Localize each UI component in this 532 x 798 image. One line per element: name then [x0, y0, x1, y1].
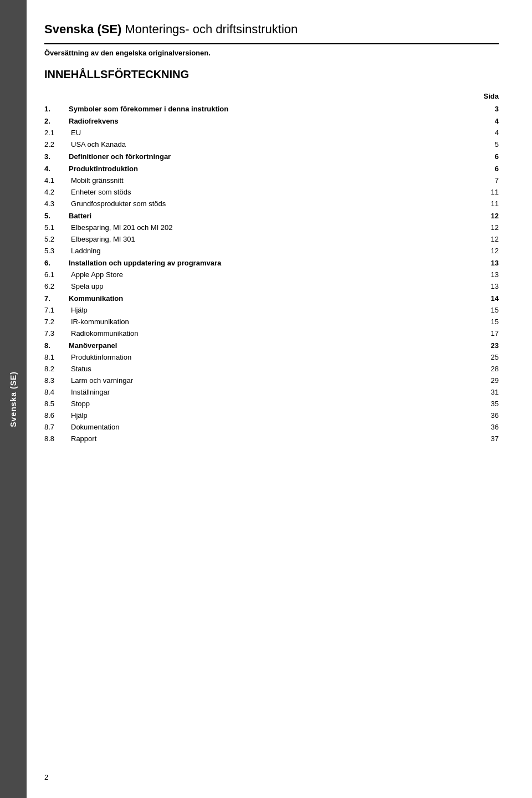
toc-row: 8.3Larm och varningar29 [44, 375, 499, 386]
toc-item-title: Enheter som stöds [66, 186, 477, 198]
toc-num: 8.6 [44, 410, 66, 421]
toc-page-number: 7 [477, 175, 499, 186]
toc-item-title: Inställningar [66, 386, 477, 398]
toc-item-title: Produktintroduktion [66, 162, 477, 175]
document-subtitle: Översättning av den engelska originalver… [44, 49, 499, 57]
title-bold-part: Svenska (SE) [44, 22, 121, 36]
main-content: Svenska (SE) Monterings- och driftsinstr… [33, 0, 532, 467]
toc-item-title: Hjälp [66, 410, 477, 421]
toc-row: 8.5Stopp35 [44, 398, 499, 410]
toc-num: 8.7 [44, 421, 66, 433]
toc-item-title: Elbesparing, MI 301 [66, 233, 477, 245]
toc-item-title: Produktinformation [66, 351, 477, 363]
toc-row: 2.1EU4 [44, 127, 499, 139]
toc-page-number: 15 [477, 316, 499, 328]
toc-page-number: 15 [477, 304, 499, 316]
toc-page-number: 14 [477, 292, 499, 304]
toc-item-title: Installation och uppdatering av programv… [66, 257, 477, 269]
toc-row: 5.Batteri12 [44, 209, 499, 222]
toc-num: 2. [44, 115, 66, 127]
title-normal-part: Monterings- och driftsinstruktion [121, 22, 298, 36]
toc-num: 5.2 [44, 233, 66, 245]
toc-num: 7.2 [44, 316, 66, 328]
toc-num: 8.8 [44, 433, 66, 444]
toc-num: 6.1 [44, 269, 66, 280]
toc-row: 1.Symboler som förekommer i denna instru… [44, 103, 499, 115]
toc-item-title: Dokumentation [66, 421, 477, 433]
toc-item-title: Manöverpanel [66, 339, 477, 351]
toc-page-number: 12 [477, 222, 499, 233]
toc-page-number: 5 [477, 139, 499, 150]
toc-row: 5.2Elbesparing, MI 30112 [44, 233, 499, 245]
toc-page-number: 3 [477, 103, 499, 115]
toc-num: 8. [44, 339, 66, 351]
toc-page-number: 13 [477, 280, 499, 292]
toc-num: 5. [44, 209, 66, 222]
toc-page-number: 6 [477, 150, 499, 162]
toc-item-title: Radiokommunikation [66, 328, 477, 339]
toc-num: 2.2 [44, 139, 66, 150]
toc-num: 3. [44, 150, 66, 162]
toc-num: 4.2 [44, 186, 66, 198]
toc-page-number: 25 [477, 351, 499, 363]
toc-page-number: 4 [477, 115, 499, 127]
toc-item-title: EU [66, 127, 477, 139]
toc-row: 4.Produktintroduktion6 [44, 162, 499, 175]
toc-row: 7.Kommunikation14 [44, 292, 499, 304]
toc-item-title: Hjälp [66, 304, 477, 316]
toc-row: 2.2USA och Kanada5 [44, 139, 499, 150]
toc-row: 5.1Elbesparing, MI 201 och MI 20212 [44, 222, 499, 233]
toc-page-number: 13 [477, 269, 499, 280]
toc-num: 4.1 [44, 175, 66, 186]
toc-page-number: 12 [477, 245, 499, 257]
toc-page-number: 36 [477, 410, 499, 421]
toc-num: 6. [44, 257, 66, 269]
sida-label: Sida [484, 92, 499, 100]
toc-item-title: Kommunikation [66, 292, 477, 304]
toc-num: 7. [44, 292, 66, 304]
toc-row: 6.1Apple App Store13 [44, 269, 499, 280]
toc-page-number: 37 [477, 433, 499, 444]
toc-page-number: 31 [477, 386, 499, 398]
toc-item-title: Rapport [66, 433, 477, 444]
toc-num: 7.3 [44, 328, 66, 339]
toc-page-number: 36 [477, 421, 499, 433]
toc-num: 2.1 [44, 127, 66, 139]
toc-num: 8.2 [44, 363, 66, 375]
toc-num: 1. [44, 103, 66, 115]
sida-header: Sida [44, 92, 499, 100]
toc-num: 8.4 [44, 386, 66, 398]
toc-item-title: USA och Kanada [66, 139, 477, 150]
toc-item-title: Grundfosprodukter som stöds [66, 198, 477, 209]
toc-num: 8.3 [44, 375, 66, 386]
toc-row: 8.4Inställningar31 [44, 386, 499, 398]
toc-num: 4. [44, 162, 66, 175]
toc-row: 7.3Radiokommunikation17 [44, 328, 499, 339]
toc-num: 7.1 [44, 304, 66, 316]
toc-row: 3.Definitioner och förkortningar6 [44, 150, 499, 162]
toc-row: 8.6Hjälp36 [44, 410, 499, 421]
toc-row: 4.1Mobilt gränssnitt7 [44, 175, 499, 186]
toc-table: 1.Symboler som förekommer i denna instru… [44, 103, 499, 444]
toc-page-number: 23 [477, 339, 499, 351]
toc-page-number: 11 [477, 186, 499, 198]
toc-row: 8.2Status28 [44, 363, 499, 375]
toc-page-number: 12 [477, 209, 499, 222]
toc-row: 8.Manöverpanel23 [44, 339, 499, 351]
toc-row: 8.1Produktinformation25 [44, 351, 499, 363]
page-number: 2 [44, 773, 48, 781]
toc-item-title: Batteri [66, 209, 477, 222]
toc-item-title: Apple App Store [66, 269, 477, 280]
toc-item-title: Definitioner och förkortningar [66, 150, 477, 162]
toc-row: 4.3Grundfosprodukter som stöds11 [44, 198, 499, 209]
toc-page-number: 11 [477, 198, 499, 209]
toc-row: 2.Radiofrekvens4 [44, 115, 499, 127]
toc-row: 7.1Hjälp15 [44, 304, 499, 316]
toc-page-number: 35 [477, 398, 499, 410]
toc-item-title: IR-kommunikation [66, 316, 477, 328]
toc-page-number: 13 [477, 257, 499, 269]
toc-num: 5.3 [44, 245, 66, 257]
toc-page-number: 17 [477, 328, 499, 339]
document-title: Svenska (SE) Monterings- och driftsinstr… [44, 22, 499, 44]
toc-num: 5.1 [44, 222, 66, 233]
